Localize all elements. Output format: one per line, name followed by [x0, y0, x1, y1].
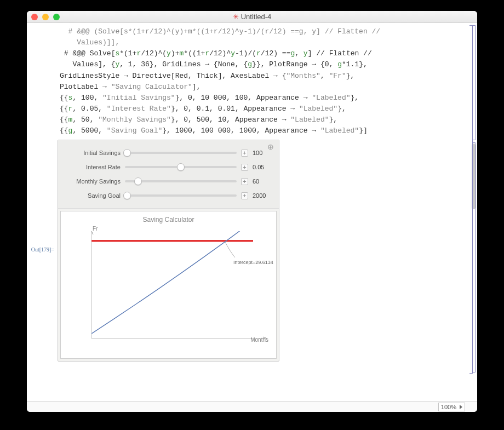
zoom-value: 100%	[441, 404, 456, 410]
slider-value: 60	[253, 178, 271, 185]
chart-svg: 05101520253035 500100015002000	[91, 231, 267, 339]
footer-bar: 100%	[27, 401, 477, 412]
slider-track[interactable]	[125, 194, 237, 197]
slider-thumb[interactable]	[134, 177, 142, 185]
intercept-label: Intercept=29.6134	[233, 260, 273, 265]
slider-value: 2000	[253, 192, 271, 199]
cell-bracket[interactable]	[471, 25, 476, 374]
slider-thumb[interactable]	[123, 149, 131, 157]
chart-title: Saving Calculator	[61, 211, 276, 223]
chevron-right-icon	[460, 405, 462, 409]
slider-track[interactable]	[125, 180, 237, 182]
slider-animate-button[interactable]: +	[241, 164, 248, 171]
slider-interest-rate: Interest Rate + 0.05	[66, 160, 271, 174]
slider-animate-button[interactable]: +	[241, 192, 248, 199]
slider-saving-goal: Saving Goal + 2000	[66, 188, 271, 203]
titlebar: ✳ Untitled-4	[27, 11, 477, 23]
notebook-content[interactable]: # &@@ (Solve[s*(1+r/12)^(y)+m*((1+r/12)^…	[27, 23, 477, 401]
window-title-text: Untitled-4	[241, 13, 272, 21]
slider-track[interactable]	[125, 152, 237, 154]
slider-label: Monthly Savings	[66, 178, 121, 185]
window: ✳ Untitled-4 # &@@ (Solve[s*(1+r/12)^(y)…	[27, 11, 477, 412]
window-title: ✳ Untitled-4	[27, 13, 477, 21]
slider-track[interactable]	[125, 166, 237, 168]
slider-initial-savings: Initial Savings + 100	[66, 146, 271, 160]
slider-animate-button[interactable]: +	[241, 150, 248, 157]
slider-value: 0.05	[253, 164, 271, 170]
chart: Saving Calculator Fr Months	[60, 211, 277, 359]
manipulate-panel: ⊕ Initial Savings + 100 Interest Rate + …	[58, 140, 279, 362]
controls-panel: ⊕ Initial Savings + 100 Interest Rate + …	[58, 140, 279, 209]
slider-label: Saving Goal	[66, 192, 121, 199]
input-cell[interactable]: # &@@ (Solve[s*(1+r/12)^(y)+m*((1+r/12)^…	[27, 26, 477, 140]
zoom-menu[interactable]: 100%	[438, 403, 465, 411]
slider-animate-button[interactable]: +	[241, 178, 248, 185]
savings-curve	[91, 231, 253, 334]
slider-label: Interest Rate	[66, 164, 121, 170]
out-label: Out[179]=	[27, 140, 58, 253]
panel-options-button[interactable]: ⊕	[267, 144, 274, 151]
slider-thumb[interactable]	[177, 163, 185, 171]
slider-thumb[interactable]	[123, 192, 131, 199]
slider-label: Initial Savings	[66, 150, 121, 156]
slider-monthly-savings: Monthly Savings + 60	[66, 174, 271, 188]
output-cell: Out[179]= ⊕ Initial Savings + 100 Intere…	[27, 140, 477, 362]
mathematica-icon: ✳	[233, 13, 239, 21]
